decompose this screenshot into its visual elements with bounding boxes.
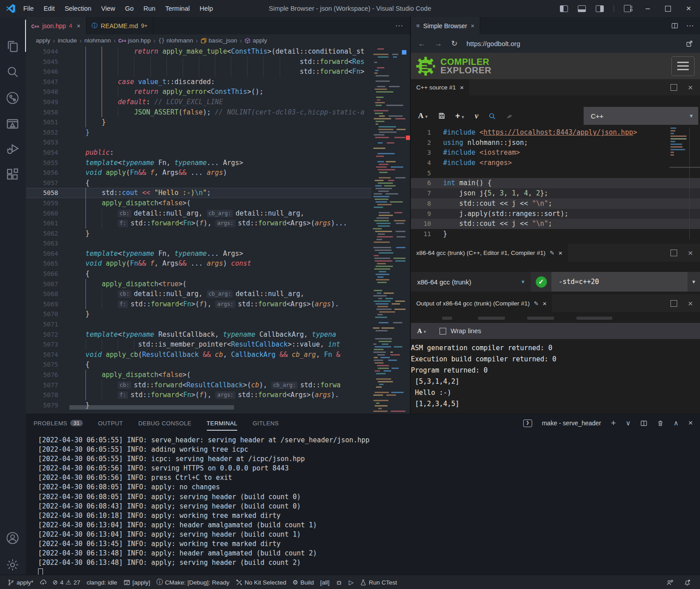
tab-cpp-source[interactable]: C++ source #1 × — [411, 79, 469, 95]
menu-run[interactable]: Run — [139, 0, 161, 17]
panel-tab-debug-console[interactable]: DEBUG CONSOLE — [138, 420, 192, 427]
sidebar-files-icon[interactable] — [6, 39, 20, 54]
status--apply-[interactable]: [apply] — [120, 575, 154, 589]
code-line[interactable]: 5068cb:detail::null_arg, cb_arg:detail::… — [26, 289, 371, 299]
tab-output[interactable]: Output of x86-64 gcc (trunk) (Compiler #… — [411, 294, 552, 312]
code-line[interactable]: 5046std::forward<Fn> — [26, 67, 371, 77]
code-line[interactable]: 5064template<typename Fn, typename... Ar… — [26, 249, 371, 259]
code-line[interactable]: 5061f:std::forward<Fn>(f), args:std::for… — [26, 218, 371, 229]
close-icon[interactable]: × — [460, 84, 464, 91]
godbolt-code-line[interactable]: 10 std::cout << j << "\n"; — [411, 219, 700, 229]
close-icon[interactable]: × — [559, 250, 563, 256]
sidebar-cmake-view-icon[interactable] — [6, 117, 20, 131]
code-line[interactable]: 5060cb:detail::null_arg, cb_arg:detail::… — [26, 208, 371, 219]
code-line[interactable]: 5048return apply_error<ConstThis>(); — [26, 87, 371, 97]
add-pane-icon[interactable]: +▼ — [455, 111, 465, 121]
status-build[interactable]: ⚙Build — [290, 575, 317, 589]
code-line[interactable]: 5050JSON_ASSERT(false); // NOLINT(cert-d… — [26, 107, 371, 118]
rename-icon[interactable]: ✎ — [550, 250, 555, 256]
status-bell-icon[interactable] — [681, 575, 694, 589]
status-no-kit-selected[interactable]: No Kit Selected — [233, 575, 290, 589]
account-icon[interactable] — [6, 531, 20, 546]
menu-go[interactable]: Go — [120, 0, 138, 17]
godbolt-code-line[interactable]: 6int main() { — [411, 178, 700, 188]
code-line[interactable]: 5058std::cout << "Hello :-)\n"; — [26, 188, 371, 198]
terminal-output[interactable]: [2022-04-30 06:05:55] INFO: serve_header… — [38, 436, 691, 570]
code-line[interactable]: 5075{ — [26, 360, 371, 370]
sidebar-source-control-icon[interactable] — [6, 91, 20, 106]
tab-simple-browser[interactable]: ≡ Simple Browser × — [411, 17, 480, 34]
status-cloud-upload-icon[interactable] — [37, 575, 50, 589]
code-line[interactable]: 5063 — [26, 238, 371, 249]
open-external-icon[interactable] — [686, 40, 693, 47]
vim-mode-icon[interactable]: v — [475, 111, 478, 121]
split-terminal-icon[interactable] — [640, 420, 647, 427]
maximize-button[interactable] — [665, 6, 671, 12]
code-line[interactable]: 5062} — [26, 229, 371, 239]
customize-layout-icon[interactable] — [624, 5, 631, 12]
close-icon[interactable]: × — [471, 22, 474, 30]
breadcrumb[interactable]: apply›include›nlohmann›C++json.hpp›{}nlo… — [26, 34, 410, 47]
panel-tab-output[interactable]: OUTPUT — [98, 420, 123, 427]
code-line[interactable]: 5074void apply_cb(ResultCallback && cb, … — [26, 350, 371, 360]
split-editor-icon[interactable] — [671, 22, 678, 29]
minimap[interactable] — [371, 47, 405, 414]
panel-tab-gitlens[interactable]: GITLENS — [252, 420, 278, 427]
code-editor[interactable]: 5044return apply_make_tuple<ConstThis>(d… — [26, 47, 371, 414]
close-pane-icon[interactable]: × — [688, 83, 693, 92]
menu-help[interactable]: Help — [195, 0, 218, 17]
sidebar-search-icon[interactable] — [6, 65, 20, 80]
rename-icon[interactable]: ✎ — [534, 300, 539, 307]
status-run-ctest[interactable]: Run CTest — [357, 575, 400, 589]
sidebar-extensions-icon[interactable] — [6, 168, 20, 182]
toggle-sidebar-icon[interactable] — [560, 5, 568, 12]
panel-tab-problems[interactable]: PROBLEMS31 — [34, 420, 83, 427]
font-size-icon[interactable]: A▼ — [417, 327, 427, 335]
godbolt-code-line[interactable]: 3#include <iostream> — [411, 148, 700, 158]
code-line[interactable]: 5076apply_dispatch<false>( — [26, 370, 371, 380]
quick-bench-icon[interactable] — [506, 112, 513, 120]
url-input[interactable]: https://godbolt.org — [466, 40, 677, 47]
compiler-options-input[interactable]: -std=c++20 — [551, 272, 687, 292]
forward-icon[interactable]: → — [435, 39, 442, 48]
close-pane-icon[interactable]: × — [688, 249, 693, 257]
breadcrumb-item-apply[interactable]: apply — [36, 37, 50, 44]
horizontal-scrollbar[interactable] — [69, 405, 234, 410]
hamburger-menu-icon[interactable] — [671, 56, 695, 76]
compiler-select[interactable]: x86-64 gcc (trunk) ▼ — [411, 272, 531, 292]
code-line[interactable]: 5056void apply(Fn&& f, Args&& ... args) — [26, 168, 371, 178]
godbolt-code-line[interactable]: 11} — [411, 229, 700, 239]
code-line[interactable]: 5047case value_t::discarded: — [26, 77, 371, 87]
code-line[interactable]: 5055template<typename Fn, typename... Ar… — [26, 158, 371, 168]
godbolt-code-line[interactable]: 7 json j{5, 3, 1, 4, 2}; — [411, 188, 700, 199]
breadcrumb-item-include[interactable]: include — [58, 37, 77, 44]
reload-icon[interactable]: ↻ — [451, 39, 457, 48]
close-panel-icon[interactable]: × — [688, 419, 693, 428]
code-line[interactable]: 5065void apply(Fn&& f, Args&& ... args) … — [26, 258, 371, 269]
font-size-icon[interactable]: A▼ — [418, 111, 428, 120]
new-terminal-icon[interactable]: + — [611, 418, 616, 428]
status-clangd-idle[interactable]: clangd: idle — [83, 575, 120, 589]
code-line[interactable]: 5066{ — [26, 269, 371, 279]
code-line[interactable]: 5051} — [26, 117, 371, 127]
terminal-dropdown-icon[interactable]: ∨ — [626, 419, 631, 427]
code-line[interactable]: 5044return apply_make_tuple<ConstThis>(d… — [26, 47, 371, 57]
godbolt-code-line[interactable]: 5 — [411, 168, 700, 178]
breadcrumb-item-json.hpp[interactable]: C++json.hpp — [118, 37, 150, 44]
code-line[interactable]: 5057{ — [26, 178, 371, 188]
code-line[interactable]: 5052} — [26, 127, 371, 138]
kill-terminal-icon[interactable] — [657, 420, 664, 427]
code-line[interactable]: 5071 — [26, 319, 371, 330]
more-actions-icon[interactable]: ⋯ — [686, 21, 694, 30]
close-icon[interactable]: × — [543, 300, 547, 307]
code-line[interactable]: 5053 — [26, 137, 371, 148]
search-icon[interactable] — [488, 112, 496, 120]
minimize-button[interactable]: – — [645, 0, 649, 17]
menu-edit[interactable]: Edit — [38, 0, 60, 17]
godbolt-code-line[interactable]: 2using nlohmann::json; — [411, 138, 700, 148]
status-cmake-debug-ready[interactable]: ⓘCMake: [Debug]: Ready — [153, 575, 232, 589]
sidebar-run-debug-icon[interactable] — [6, 142, 20, 157]
code-line[interactable]: 5070} — [26, 309, 371, 319]
status--all-[interactable]: [all] — [317, 575, 333, 589]
code-line[interactable]: 5059apply_dispatch<false>( — [26, 198, 371, 208]
